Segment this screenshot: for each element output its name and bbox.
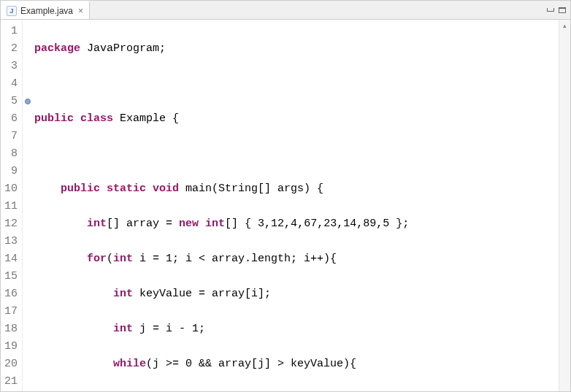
- marker-cell: [23, 93, 33, 110]
- marker-cell: [23, 356, 33, 373]
- line-number: 10: [1, 180, 22, 198]
- marker-cell: [23, 373, 33, 391]
- minimize-icon[interactable]: [547, 8, 554, 12]
- marker-cell: [23, 163, 33, 180]
- line-number: 11: [1, 198, 22, 215]
- line-number: 15: [1, 268, 22, 285]
- line-number: 14: [1, 250, 22, 268]
- line-number: 5: [1, 93, 22, 110]
- marker-cell: [23, 215, 33, 233]
- line-number: 9: [1, 163, 22, 180]
- marker-cell: [23, 303, 33, 320]
- line-number: 2: [1, 40, 22, 58]
- marker-cell: [23, 40, 33, 58]
- marker-cell: [23, 110, 33, 128]
- line-number-gutter: 123456789101112131415161718192021: [1, 20, 23, 391]
- line-number: 6: [1, 110, 22, 128]
- line-number: 18: [1, 320, 22, 338]
- scroll-up-icon[interactable]: ▴: [559, 20, 570, 31]
- toolbar-right: [547, 1, 566, 19]
- marker-cell: [23, 58, 33, 75]
- marker-cell: [23, 338, 33, 356]
- marker-cell: [23, 75, 33, 93]
- line-number: 21: [1, 373, 22, 391]
- marker-cell: [23, 250, 33, 268]
- line-number: 13: [1, 233, 22, 250]
- tab-bar: J Example.java ×: [1, 1, 570, 20]
- line-number: 8: [1, 145, 22, 163]
- marker-cell: [23, 285, 33, 303]
- line-number: 20: [1, 356, 22, 373]
- line-number: 7: [1, 128, 22, 145]
- line-number: 12: [1, 215, 22, 233]
- vertical-scrollbar[interactable]: ▴: [559, 20, 570, 391]
- marker-cell: [23, 145, 33, 163]
- marker-cell: [23, 268, 33, 285]
- maximize-icon[interactable]: [559, 7, 566, 13]
- marker-cell: [23, 320, 33, 338]
- line-number: 16: [1, 285, 22, 303]
- editor-area: 123456789101112131415161718192021 packag…: [1, 20, 570, 391]
- line-number: 17: [1, 303, 22, 320]
- override-marker-icon[interactable]: [25, 99, 31, 104]
- tab-filename: Example.java: [20, 6, 73, 16]
- marker-cell: [23, 23, 33, 40]
- java-file-icon: J: [7, 6, 17, 16]
- line-number: 19: [1, 338, 22, 356]
- marker-column: [23, 20, 33, 391]
- marker-cell: [23, 128, 33, 145]
- editor-tab[interactable]: J Example.java ×: [1, 1, 90, 19]
- marker-cell: [23, 180, 33, 198]
- marker-cell: [23, 198, 33, 215]
- code-content[interactable]: package JavaProgram; public class Exampl…: [33, 20, 570, 391]
- line-number: 3: [1, 58, 22, 75]
- line-number: 4: [1, 75, 22, 93]
- marker-cell: [23, 233, 33, 250]
- line-number: 1: [1, 23, 22, 40]
- close-icon[interactable]: ×: [77, 7, 85, 15]
